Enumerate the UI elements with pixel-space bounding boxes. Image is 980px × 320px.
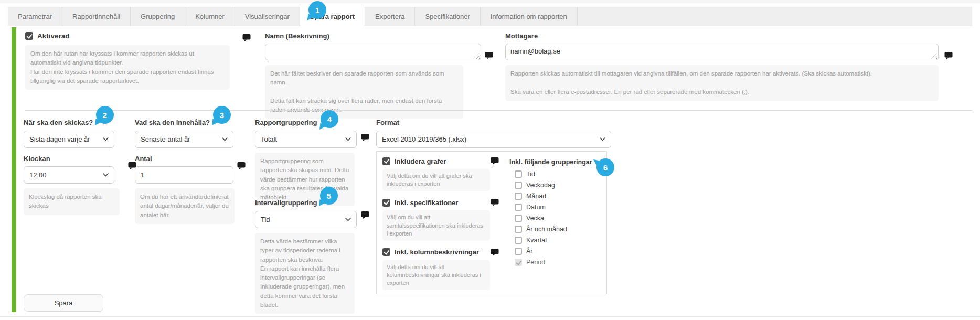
export-option-group: Inkl. kolumnbeskrivningar Välj detta om … [382,248,502,291]
schedule-select[interactable]: Sista dagen varje år [24,131,114,148]
chevron-down-icon [103,137,109,141]
tab-specifikationer[interactable]: Specifikationer [415,7,480,26]
interval-grouping-select[interactable]: Tid [255,211,357,228]
interval-grouping-select-value: Tid [261,216,270,223]
grouping-checkbox[interactable] [515,204,522,211]
include-charts-checkbox[interactable] [382,157,390,165]
grouping-item-tid[interactable]: Tid [515,170,601,178]
amount-input[interactable] [135,166,233,184]
report-grouping-select[interactable]: Totalt [255,131,357,148]
grouping-checkbox[interactable] [515,215,522,222]
chevron-down-icon [345,218,351,221]
format-select-value: Excel 2010-2019/365 (.xlsx) [382,135,466,143]
include-specifications-help-text: Välj om du vill att samtalsspecifikation… [382,210,490,241]
tab-gruppering[interactable]: Gruppering [131,7,185,26]
clock-label: Klockan [24,155,114,163]
grouping-item-ar-och-manad[interactable]: År och månad [515,226,601,233]
report-grouping-select-value: Totalt [261,135,277,143]
schedule-select-value: Sista dagen varje år [29,135,90,143]
grouping-checkbox[interactable] [515,182,522,189]
grouping-item-ar[interactable]: År [515,248,601,255]
clock-select[interactable]: 12:00 [24,166,114,184]
activated-checkbox-row[interactable]: Aktiverad [25,32,230,40]
grouping-item-veckodag[interactable]: Veckodag [515,182,601,189]
display-icon[interactable] [944,51,953,60]
schedule-section: När ska den skickas? Sista dagen varje å… [24,118,114,215]
include-specifications-label: Inkl. specifikationer [395,199,458,207]
tab-spara-rapport[interactable]: Spara rapport 1 [300,7,365,26]
activated-section: Aktiverad Om den här rutan har kryssats … [25,32,230,90]
grouping-item-period: Period [515,259,601,266]
interval-grouping-label: Intervallgruppering [255,199,317,207]
tab-bar: Parametrar Rapportinnehåll Gruppering Ko… [8,7,972,26]
include-column-descriptions-row[interactable]: Inkl. kolumnbeskrivningar [382,248,502,257]
export-options-column: Inkludera grafer Välj detta om du vill a… [382,157,502,289]
schedule-label: När ska den skickas? [24,119,93,126]
grouping-item-datum[interactable]: Datum [515,204,601,211]
include-column-descriptions-checkbox[interactable] [382,248,390,256]
amount-help-text: Om du har ett användardefinierat antal d… [135,188,235,224]
grouping-checkbox[interactable] [515,248,522,255]
groupings-list: Tid Veckodag Månad Datum Vecka [515,170,601,266]
recipient-section: Mottagare namn@bolag.se Rapporten skicka… [505,31,939,101]
interval-grouping-help-text: Detta värde bestämmer vilka typer av tid… [255,233,355,314]
callout-badge-1: 1 [308,1,326,19]
grouping-checkbox[interactable] [515,226,522,233]
tab-kolumner[interactable]: Kolumner [185,7,235,26]
activated-help-text: Om den här rutan har kryssats i kommer r… [25,45,230,90]
tab-parametrar[interactable]: Parametrar [8,7,62,26]
display-icon[interactable] [361,211,369,219]
tab-exportera[interactable]: Exportera [365,7,415,26]
name-textarea[interactable] [265,44,481,60]
save-button[interactable]: Spara [24,294,103,312]
callout-badge-5: 5 [320,187,338,205]
include-specifications-checkbox[interactable] [382,199,390,207]
grouping-checkbox-disabled [515,259,522,266]
display-icon[interactable] [242,34,251,42]
include-specifications-row[interactable]: Inkl. specifikationer [382,198,502,207]
include-column-descriptions-help-text: Välj detta om du vill att kolumnbeskrivn… [382,260,490,291]
format-label: Format [376,119,399,126]
activated-label: Aktiverad [37,32,70,40]
display-icon[interactable] [485,51,493,60]
callout-badge-2: 2 [96,106,114,124]
export-option-group: Inkl. specifikationer Välj om du vill at… [382,198,502,241]
grouping-item-vecka[interactable]: Vecka [515,215,601,222]
include-charts-row[interactable]: Inkludera grafer [382,157,502,165]
grouping-checkbox[interactable] [515,193,522,200]
chevron-down-icon [345,137,351,141]
grouping-item-manad[interactable]: Månad [515,193,601,200]
amount-label: Antal [135,155,233,163]
clock-select-value: 12:00 [29,171,47,179]
display-icon[interactable] [237,162,246,170]
tab-visualiseringar[interactable]: Visualiseringar [235,7,300,26]
recipient-textarea[interactable]: namn@bolag.se [505,44,939,60]
groupings-label: Inkl. följande grupperingar [509,158,592,166]
export-options-box: Inkludera grafer Välj detta om du vill a… [376,151,607,294]
callout-badge-4: 4 [321,110,338,128]
chevron-down-icon [103,173,109,177]
display-icon[interactable] [491,198,499,207]
grouping-checkbox[interactable] [515,237,522,244]
display-icon[interactable] [491,157,499,165]
top-strip [0,0,980,3]
bottom-divider [0,316,980,317]
chevron-down-icon [222,137,228,141]
chevron-down-icon [600,137,605,141]
tab-information-om-rapporten[interactable]: Information om rapporten [481,7,578,26]
contents-select-value: Senaste antal år [141,135,190,143]
format-section: Format Excel 2010-2019/365 (.xlsx) Inklu… [376,118,611,294]
grouping-checkbox[interactable] [515,170,522,178]
display-icon[interactable] [491,248,499,257]
format-select[interactable]: Excel 2010-2019/365 (.xlsx) [376,131,611,148]
activated-checkbox[interactable] [25,32,33,40]
contents-select[interactable]: Senaste antal år [135,131,233,148]
tab-rapportinnehall[interactable]: Rapportinnehåll [62,7,131,26]
name-textarea-wrap [265,44,481,60]
save-report-page: { "colors": { "accent_blue": "#29abe2", … [0,0,980,320]
grouping-item-kvartal[interactable]: Kvartal [515,237,601,244]
section-divider [25,110,972,111]
report-grouping-section: Rapportgruppering Totalt Rapportgrupperi… [255,118,357,206]
contents-section: Vad ska den innehålla? Senaste antal år … [135,118,233,224]
display-icon[interactable] [361,133,369,142]
